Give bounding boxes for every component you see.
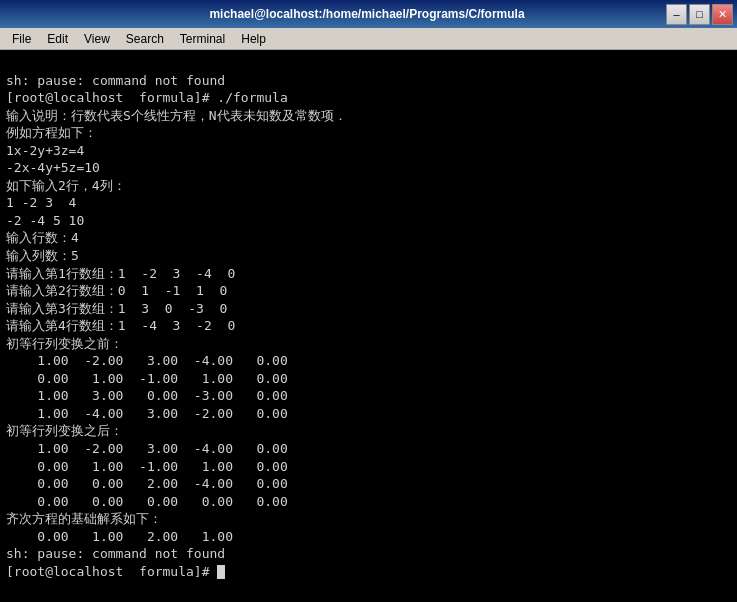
menu-terminal[interactable]: Terminal xyxy=(172,30,233,48)
terminal-line: -2x-4y+5z=10 xyxy=(6,159,731,177)
terminal-line: 例如方程如下： xyxy=(6,124,731,142)
terminal-line: 如下输入2行，4列： xyxy=(6,177,731,195)
terminal-output[interactable]: sh: pause: command not found[root@localh… xyxy=(0,50,737,602)
menu-search[interactable]: Search xyxy=(118,30,172,48)
terminal-line: 请输入第1行数组：1 -2 3 -4 0 xyxy=(6,265,731,283)
terminal-line: 初等行列变换之后： xyxy=(6,422,731,440)
terminal-line: 0.00 1.00 2.00 1.00 xyxy=(6,528,731,546)
terminal-line: 输入说明：行数代表S个线性方程，N代表未知数及常数项． xyxy=(6,107,731,125)
close-button[interactable]: ✕ xyxy=(712,4,733,25)
terminal-line: 0.00 0.00 0.00 0.00 0.00 xyxy=(6,493,731,511)
terminal-line: 0.00 1.00 -1.00 1.00 0.00 xyxy=(6,370,731,388)
terminal-line: 1.00 -4.00 3.00 -2.00 0.00 xyxy=(6,405,731,423)
window-title: michael@localhost:/home/michael/Programs… xyxy=(68,7,666,21)
terminal-line: 请输入第2行数组：0 1 -1 1 0 xyxy=(6,282,731,300)
menu-help[interactable]: Help xyxy=(233,30,274,48)
terminal-line: 1.00 -2.00 3.00 -4.00 0.00 xyxy=(6,352,731,370)
terminal-line: 请输入第3行数组：1 3 0 -3 0 xyxy=(6,300,731,318)
menu-view[interactable]: View xyxy=(76,30,118,48)
minimize-button[interactable]: – xyxy=(666,4,687,25)
terminal-line: 1 -2 3 4 xyxy=(6,194,731,212)
terminal-line: [root@localhost formula]# xyxy=(6,563,731,581)
terminal-line: 1.00 -2.00 3.00 -4.00 0.00 xyxy=(6,440,731,458)
terminal-line: 输入行数：4 xyxy=(6,229,731,247)
terminal-line: 初等行列变换之前： xyxy=(6,335,731,353)
terminal-line: 1.00 3.00 0.00 -3.00 0.00 xyxy=(6,387,731,405)
terminal-line: 1x-2y+3z=4 xyxy=(6,142,731,160)
menu-bar: File Edit View Search Terminal Help xyxy=(0,28,737,50)
terminal-line: 0.00 1.00 -1.00 1.00 0.00 xyxy=(6,458,731,476)
maximize-button[interactable]: □ xyxy=(689,4,710,25)
terminal-line: 请输入第4行数组：1 -4 3 -2 0 xyxy=(6,317,731,335)
menu-edit[interactable]: Edit xyxy=(39,30,76,48)
terminal-line: 齐次方程的基础解系如下： xyxy=(6,510,731,528)
terminal-line: sh: pause: command not found xyxy=(6,72,731,90)
window-controls: – □ ✕ xyxy=(666,4,733,25)
terminal-line: 0.00 0.00 2.00 -4.00 0.00 xyxy=(6,475,731,493)
terminal-line: -2 -4 5 10 xyxy=(6,212,731,230)
terminal-line: [root@localhost formula]# ./formula xyxy=(6,89,731,107)
title-bar: michael@localhost:/home/michael/Programs… xyxy=(0,0,737,28)
terminal-cursor xyxy=(217,565,225,579)
menu-file[interactable]: File xyxy=(4,30,39,48)
terminal-line: sh: pause: command not found xyxy=(6,545,731,563)
terminal-line: 输入列数：5 xyxy=(6,247,731,265)
